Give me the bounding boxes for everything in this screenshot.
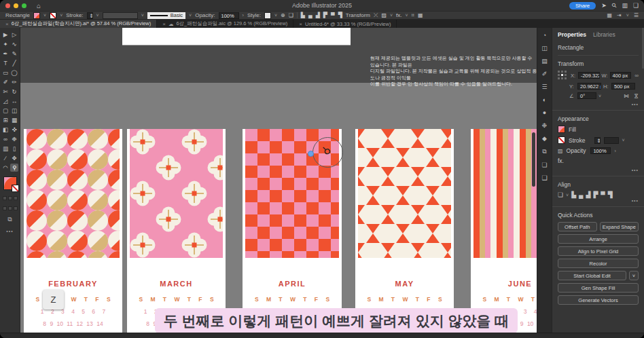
- perspective-grid-tool[interactable]: ⊞: [1, 116, 10, 124]
- gradient-button[interactable]: [8, 196, 12, 200]
- publish-online-icon[interactable]: ⊕: [281, 12, 285, 18]
- pen-tool[interactable]: ✒: [1, 50, 10, 58]
- graph-tool[interactable]: ▥: [1, 145, 10, 153]
- align-to-selection-icon[interactable]: ❏: [558, 191, 563, 198]
- symbols-panel-icon[interactable]: ❉: [542, 122, 548, 129]
- screen-mode-icon[interactable]: ⧉: [7, 216, 12, 223]
- width-tool[interactable]: ↔: [10, 97, 18, 105]
- pencil-tool[interactable]: ✏: [10, 78, 18, 86]
- shape-mode-chevron-icon[interactable]: ˅: [390, 13, 393, 18]
- profile-chevron-icon[interactable]: ˅: [189, 13, 192, 18]
- type-tool[interactable]: T: [1, 59, 10, 67]
- swap-icon[interactable]: ⤫: [374, 12, 378, 19]
- direct-selection-tool[interactable]: ▷: [10, 31, 18, 39]
- offset-path-button[interactable]: Offset Path: [558, 222, 597, 231]
- opacity-more-icon[interactable]: ›: [243, 13, 244, 18]
- stroke-color-control[interactable]: [12, 185, 19, 192]
- y-field[interactable]: 20.9622 px: [577, 83, 601, 90]
- brush-preview[interactable]: [103, 12, 138, 19]
- close-tab-icon[interactable]: ×: [162, 21, 166, 27]
- arrange-button[interactable]: Arrange: [558, 234, 639, 244]
- flip-vertical-icon[interactable]: ⋈: [633, 93, 639, 98]
- libraries-panel-icon[interactable]: ❏: [541, 162, 547, 168]
- artboard-tool[interactable]: ▯: [10, 145, 18, 153]
- home-icon[interactable]: ⌂: [37, 2, 41, 10]
- tab-pattern-practice-cloud[interactable]: × ☁ 6강_패턴실습파일.aic @ 129.6 % (RGB/Preview…: [157, 20, 293, 28]
- rotate-tool[interactable]: ↻: [10, 88, 18, 96]
- arrange-documents-icon[interactable]: ▥: [622, 2, 628, 9]
- opacity-field[interactable]: 100%: [590, 147, 611, 154]
- free-transform-tool[interactable]: ▢: [1, 107, 10, 115]
- canvas-scrollbar[interactable]: [532, 132, 535, 187]
- stroke-weight-field[interactable]: [604, 137, 619, 144]
- zoom-tool[interactable]: ⚲: [10, 164, 18, 172]
- select-similar-icon[interactable]: ▦: [418, 12, 423, 18]
- effects-button[interactable]: fx.: [558, 157, 564, 164]
- fill-swatch[interactable]: [33, 12, 40, 19]
- transform-label[interactable]: Transform: [346, 12, 370, 18]
- touch-workspace-icon[interactable]: ▦: [607, 12, 612, 18]
- snap-options-icon[interactable]: ⌗: [412, 12, 415, 19]
- symbol-sprayer-tool[interactable]: ❉: [10, 135, 18, 143]
- hand-tool[interactable]: ✥: [10, 154, 18, 162]
- artboard-february[interactable]: FEBRUARY S M T W T F S 1 2 3 4 5 6 7 8 9…: [24, 129, 122, 333]
- fill-chevron-icon[interactable]: ˅: [43, 13, 46, 18]
- shape-properties-panel-icon[interactable]: ◔: [543, 32, 546, 39]
- close-tab-icon[interactable]: ×: [5, 21, 9, 27]
- gradient-tool[interactable]: ◧: [1, 126, 10, 134]
- lasso-tool[interactable]: ∿: [10, 40, 18, 48]
- align-more-options[interactable]: •••: [558, 198, 639, 203]
- align-bottom-icon[interactable]: ▜: [338, 12, 342, 18]
- transform-more-options[interactable]: •••: [558, 102, 639, 107]
- tab-pattern-practice-file[interactable]: × 6강_패턴실습파일(학습지시면).ai* @ 57.84 % (RGB/Pr…: [0, 20, 157, 28]
- style-chevron-icon[interactable]: ˅: [274, 13, 277, 18]
- rectangle-tool[interactable]: ▭: [1, 69, 10, 77]
- h-field[interactable]: 500 px: [611, 83, 635, 90]
- stroke-weight-stepper[interactable]: ⇕: [594, 137, 601, 144]
- menu-icon[interactable]: ☰: [634, 12, 639, 18]
- angle-field[interactable]: 0°: [577, 92, 596, 99]
- x-field[interactable]: -209.322: [578, 72, 600, 79]
- scissors-tool[interactable]: ✄: [1, 88, 10, 96]
- paragraph-icon[interactable]: ⇥: [617, 12, 622, 18]
- paintbrush-tool[interactable]: ✐: [1, 78, 10, 86]
- shape-mode-icon[interactable]: ▨: [381, 12, 387, 18]
- maximize-window-button[interactable]: [22, 3, 26, 8]
- line-tool[interactable]: ╱: [10, 59, 18, 67]
- recolor-button[interactable]: Recolor: [558, 259, 639, 268]
- mesh-tool[interactable]: ▦: [10, 116, 18, 124]
- workspace-switcher-icon[interactable]: ❏: [633, 2, 639, 9]
- stroke-panel-icon[interactable]: ☰: [541, 83, 547, 90]
- generate-vectors-button[interactable]: Generate Vectors: [558, 295, 639, 305]
- paragraph-chevron-icon[interactable]: ˅: [626, 13, 629, 18]
- search-icon[interactable]: ⚲: [610, 1, 618, 10]
- gen-shape-fill-button[interactable]: Gen Shape Fill: [558, 283, 639, 293]
- draw-inside-button[interactable]: [14, 206, 18, 210]
- stroke-swatch[interactable]: [50, 12, 56, 19]
- comments-panel-icon[interactable]: ❑: [541, 174, 547, 181]
- fill-swatch[interactable]: [558, 126, 565, 133]
- color-button[interactable]: [3, 196, 7, 200]
- isolate-chevron-icon[interactable]: ˅: [406, 13, 408, 18]
- align-top-icon[interactable]: ▛: [593, 191, 598, 198]
- shape-builder-tool[interactable]: ◫: [10, 107, 18, 115]
- tab-libraries[interactable]: Libraries: [593, 31, 615, 38]
- none-button[interactable]: [14, 196, 18, 200]
- align-bottom-icon[interactable]: ▜: [608, 191, 613, 198]
- document-setup-icon[interactable]: ❏: [289, 12, 293, 18]
- variable-width-profile[interactable]: Basic: [147, 12, 185, 19]
- eyedropper-tool[interactable]: ✜: [10, 126, 18, 134]
- tab-properties[interactable]: Properties: [558, 31, 586, 38]
- layers-panel-icon[interactable]: ◆: [542, 135, 547, 142]
- blend-tool[interactable]: ∞: [1, 135, 10, 143]
- expand-shape-button[interactable]: Expand Shape: [600, 222, 639, 231]
- tab-untitled-6[interactable]: × Untitled-6* @ 33.33 % (RGB/Preview): [293, 20, 397, 28]
- slice-tool[interactable]: ∕: [1, 154, 10, 162]
- style-swatch[interactable]: [264, 12, 271, 19]
- global-edit-chevron-button[interactable]: ˅: [629, 271, 639, 280]
- appearance-more-options[interactable]: •••: [558, 168, 639, 172]
- artboard-march[interactable]: MARCH S M T W T F S 1 2 3 4 5 6 7 8 9 10…: [127, 129, 226, 333]
- scale-tool[interactable]: ◿: [1, 97, 10, 105]
- brush-chevron-icon[interactable]: ˅: [141, 13, 144, 18]
- align-top-icon[interactable]: ▛: [323, 12, 327, 18]
